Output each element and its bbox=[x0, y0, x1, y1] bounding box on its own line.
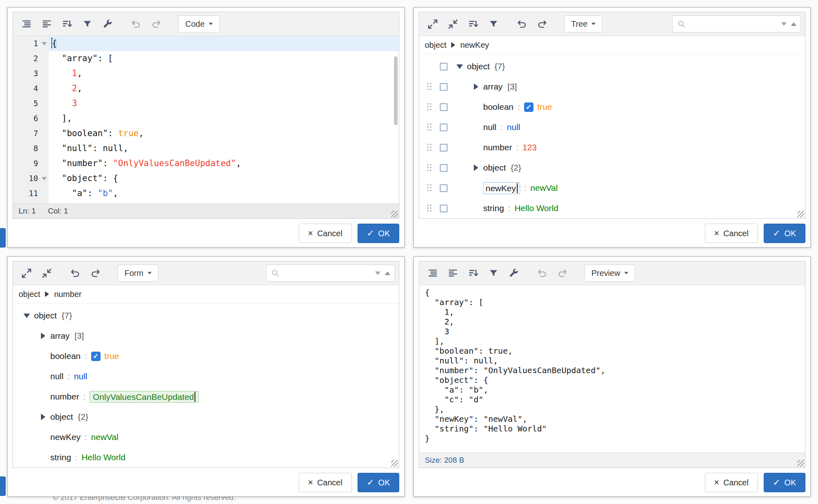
node-value[interactable]: null bbox=[507, 122, 520, 132]
code-line[interactable]: 1{ bbox=[13, 36, 399, 51]
node-value[interactable]: newVal bbox=[91, 432, 118, 442]
transform-filter-button[interactable] bbox=[78, 15, 96, 33]
node-key[interactable]: object bbox=[50, 412, 73, 422]
tree-row[interactable]: null:null bbox=[423, 117, 805, 137]
code-line[interactable]: 3 1, bbox=[13, 66, 399, 81]
code-line[interactable]: 2 "array": [ bbox=[13, 51, 399, 66]
compact-button[interactable] bbox=[443, 264, 462, 282]
node-key[interactable]: null bbox=[483, 122, 497, 132]
expand-node-button[interactable] bbox=[469, 164, 483, 171]
context-menu-button[interactable] bbox=[435, 83, 452, 91]
tree-row[interactable]: object{7} bbox=[423, 56, 805, 77]
ok-button[interactable]: ✓OK bbox=[764, 473, 805, 492]
node-value[interactable]: true bbox=[537, 102, 552, 112]
expand-node-button[interactable] bbox=[36, 333, 50, 339]
repair-button[interactable] bbox=[504, 264, 523, 282]
code-line[interactable]: 6 ], bbox=[13, 111, 399, 126]
search-next-icon[interactable] bbox=[375, 271, 381, 275]
tree-row[interactable]: newKey:newVal bbox=[423, 178, 805, 198]
tree-row[interactable]: boolean:✓true bbox=[19, 346, 399, 366]
drag-handle[interactable] bbox=[423, 103, 435, 111]
context-menu-button[interactable] bbox=[435, 144, 452, 152]
node-key[interactable]: null bbox=[50, 372, 64, 381]
search-input[interactable] bbox=[283, 269, 372, 278]
mode-select-button[interactable]: Code bbox=[178, 15, 220, 32]
resize-handle[interactable] bbox=[391, 211, 398, 218]
search-previous-icon[interactable] bbox=[385, 271, 390, 275]
resize-handle[interactable] bbox=[391, 460, 398, 467]
search-next-icon[interactable] bbox=[781, 22, 787, 26]
sort-button[interactable] bbox=[464, 15, 482, 33]
fold-toggle-icon[interactable] bbox=[42, 177, 47, 180]
code-line[interactable]: 8 "null": null, bbox=[13, 141, 399, 156]
node-key[interactable]: boolean bbox=[483, 102, 514, 112]
node-key[interactable]: array bbox=[483, 82, 503, 92]
tree-row[interactable]: boolean:✓true bbox=[423, 97, 805, 117]
undo-button[interactable] bbox=[126, 15, 145, 33]
expand-node-button[interactable] bbox=[36, 414, 50, 420]
resize-handle[interactable] bbox=[797, 211, 804, 218]
search-input[interactable] bbox=[690, 19, 778, 29]
node-key[interactable]: object bbox=[34, 311, 57, 320]
redo-button[interactable] bbox=[86, 264, 105, 282]
expand-all-button[interactable] bbox=[423, 15, 442, 33]
drag-handle[interactable] bbox=[423, 82, 435, 91]
node-value[interactable]: OnlyValuesCanBeUpdated bbox=[90, 391, 199, 403]
context-menu-button[interactable] bbox=[435, 103, 452, 111]
drag-handle[interactable] bbox=[423, 163, 435, 172]
expand-node-button[interactable] bbox=[469, 83, 483, 90]
redo-button[interactable] bbox=[533, 15, 551, 33]
tree-row[interactable]: object{2} bbox=[423, 158, 805, 178]
node-value[interactable]: 123 bbox=[522, 143, 537, 152]
tree-row[interactable]: array[3] bbox=[19, 326, 399, 346]
context-menu-button[interactable] bbox=[435, 184, 452, 192]
node-key[interactable]: number bbox=[50, 392, 79, 401]
cancel-button[interactable]: ×Cancel bbox=[705, 473, 758, 492]
repair-button[interactable] bbox=[98, 15, 117, 33]
transform-filter-button[interactable] bbox=[484, 15, 503, 33]
format-button[interactable] bbox=[423, 264, 442, 282]
drag-handle[interactable] bbox=[423, 204, 435, 213]
search-previous-icon[interactable] bbox=[791, 22, 797, 26]
node-key[interactable]: newKey bbox=[50, 432, 81, 442]
code-line[interactable]: 4 2, bbox=[13, 81, 399, 96]
code-line[interactable]: 5 3 bbox=[13, 96, 399, 111]
redo-button[interactable] bbox=[147, 15, 165, 33]
context-menu-button[interactable] bbox=[435, 124, 452, 131]
boolean-checkbox[interactable]: ✓ bbox=[524, 103, 533, 112]
breadcrumb-item[interactable]: object bbox=[19, 290, 40, 299]
node-key[interactable]: object bbox=[483, 163, 506, 173]
node-value[interactable]: Hello World bbox=[514, 203, 558, 213]
context-menu-button[interactable] bbox=[435, 63, 452, 70]
context-menu-button[interactable] bbox=[435, 205, 452, 212]
tree-row[interactable]: number:OnlyValuesCanBeUpdated bbox=[19, 387, 399, 407]
boolean-checkbox[interactable]: ✓ bbox=[91, 352, 101, 361]
tree-row[interactable]: newKey:newVal bbox=[19, 427, 399, 447]
mode-select-button[interactable]: Form bbox=[118, 265, 158, 282]
context-menu-button[interactable] bbox=[435, 164, 452, 172]
node-key[interactable]: object bbox=[467, 62, 490, 71]
format-button[interactable] bbox=[17, 15, 36, 33]
undo-button[interactable] bbox=[66, 264, 84, 282]
cancel-button[interactable]: ×Cancel bbox=[299, 224, 352, 243]
tree-row[interactable]: object{7} bbox=[19, 305, 399, 326]
node-key[interactable]: string bbox=[483, 203, 504, 213]
redo-button[interactable] bbox=[553, 264, 572, 282]
code-line[interactable]: 7 "boolean": true, bbox=[13, 126, 399, 141]
mode-select-button[interactable]: Tree bbox=[564, 15, 602, 32]
node-key[interactable]: string bbox=[50, 453, 71, 462]
drag-handle[interactable] bbox=[423, 123, 435, 132]
collapse-node-button[interactable] bbox=[19, 314, 34, 318]
code-line[interactable]: 10 "object": { bbox=[13, 171, 399, 186]
ok-button[interactable]: ✓OK bbox=[358, 473, 399, 492]
ok-button[interactable]: ✓OK bbox=[764, 224, 805, 243]
tree-row[interactable]: object{2} bbox=[19, 407, 399, 427]
tree-row[interactable]: string:Hello World bbox=[19, 447, 399, 468]
collapse-all-button[interactable] bbox=[37, 264, 56, 282]
transform-filter-button[interactable] bbox=[484, 264, 503, 282]
scrollbar-thumb[interactable] bbox=[394, 56, 398, 125]
breadcrumb-item[interactable]: newKey bbox=[460, 41, 489, 50]
fold-toggle-icon[interactable] bbox=[42, 42, 47, 45]
node-key[interactable]: array bbox=[50, 331, 70, 341]
node-value[interactable]: Hello World bbox=[81, 453, 125, 462]
